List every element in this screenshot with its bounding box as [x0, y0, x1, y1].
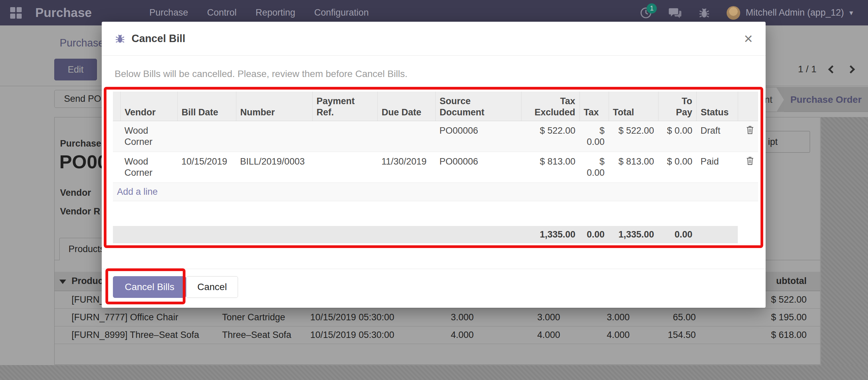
cancel-bills-button[interactable]: Cancel Bills	[113, 276, 186, 298]
cancel-bill-dialog: Cancel Bill × Below Bills will be cancel…	[102, 22, 766, 308]
trash-icon[interactable]	[746, 125, 754, 137]
col-status: Status	[696, 92, 738, 121]
total-amount: 1,335.00	[609, 226, 658, 243]
bills-header-row: Vendor Bill Date Number Payment Ref. Due…	[113, 92, 758, 121]
bills-table-wrap: Vendor Bill Date Number Payment Ref. Due…	[113, 92, 758, 243]
row-handle[interactable]	[113, 121, 120, 152]
messages-icon[interactable]	[668, 6, 682, 20]
add-a-line-link[interactable]: Add a line	[117, 187, 158, 197]
empty-row	[113, 201, 758, 226]
menu-purchase[interactable]: Purchase	[150, 7, 188, 18]
row-handle[interactable]	[113, 152, 120, 183]
bills-table: Vendor Bill Date Number Payment Ref. Due…	[113, 92, 758, 243]
app-brand[interactable]: Purchase	[35, 6, 92, 20]
cancel-button[interactable]: Cancel	[186, 276, 238, 298]
col-payment-ref: Payment Ref.	[312, 92, 377, 121]
col-to-pay: To Pay	[658, 92, 696, 121]
add-a-line-row: Add a line	[113, 183, 758, 201]
systray: 1 Mitchell Admin (app_12) ▾	[639, 6, 853, 20]
trash-icon[interactable]	[746, 156, 754, 168]
activities-clock-icon[interactable]: 1	[639, 6, 653, 20]
total-tax-excluded: 1,335.00	[521, 226, 579, 243]
user-avatar	[727, 6, 740, 20]
dialog-message: Below Bills will be cancelled. Please, r…	[115, 69, 408, 79]
bill-row[interactable]: Wood Corner 10/15/2019 BILL/2019/0003 11…	[113, 152, 758, 183]
bug-icon	[115, 33, 125, 44]
menu-control[interactable]: Control	[207, 7, 237, 18]
user-name: Mitchell Admin (app_12)	[746, 7, 844, 18]
debug-bug-icon[interactable]	[697, 6, 711, 20]
dialog-header: Cancel Bill ×	[102, 22, 766, 56]
dialog-footer: Cancel Bills Cancel	[102, 269, 766, 308]
main-menu: Purchase Control Reporting Configuration	[150, 7, 369, 18]
close-icon[interactable]: ×	[744, 31, 753, 46]
col-total: Total	[609, 92, 658, 121]
menu-reporting[interactable]: Reporting	[256, 7, 295, 18]
col-delete	[738, 92, 758, 121]
activity-count-badge: 1	[647, 3, 657, 14]
bill-row[interactable]: Wood Corner PO00006 $ 522.00 $ 0.00 $ 52…	[113, 121, 758, 152]
col-due-date: Due Date	[377, 92, 435, 121]
total-tax: 0.00	[579, 226, 609, 243]
col-number: Number	[236, 92, 312, 121]
user-menu[interactable]: Mitchell Admin (app_12) ▾	[727, 6, 853, 20]
col-bill-date: Bill Date	[177, 92, 236, 121]
totals-row: 1,335.00 0.00 1,335.00 0.00	[113, 226, 758, 243]
col-source-document: Source Document	[435, 92, 521, 121]
col-vendor: Vendor	[120, 92, 177, 121]
user-menu-caret-icon: ▾	[849, 8, 853, 17]
total-to-pay: 0.00	[658, 226, 696, 243]
dialog-title: Cancel Bill	[132, 33, 185, 45]
row-handle-header	[113, 92, 120, 121]
menu-configuration[interactable]: Configuration	[314, 7, 369, 18]
apps-menu-icon[interactable]	[10, 7, 22, 19]
col-tax-excluded: Tax Excluded	[521, 92, 579, 121]
col-tax: Tax	[579, 92, 609, 121]
